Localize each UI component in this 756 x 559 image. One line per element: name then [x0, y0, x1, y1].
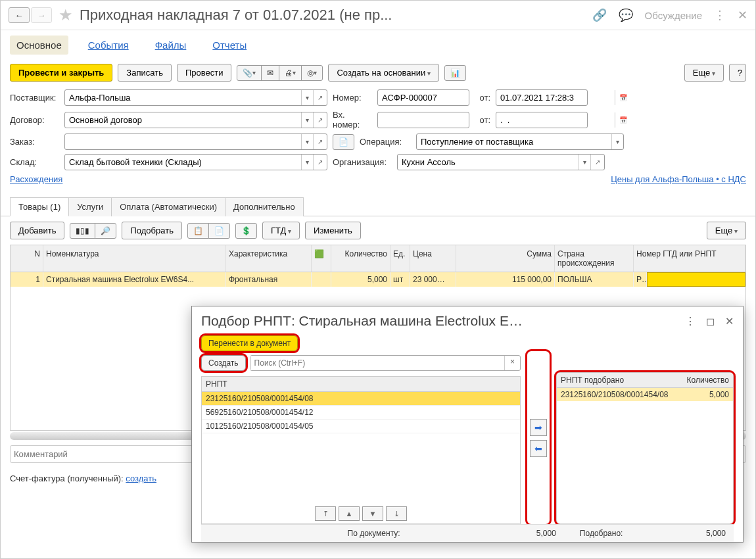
order-input[interactable]: ▾↗ [64, 134, 327, 150]
list-item[interactable]: 56925160/210508/0001454/12 [202, 406, 520, 420]
chevron-down-icon[interactable]: ▾ [611, 134, 623, 149]
scroll-down-icon[interactable]: ▼ [362, 506, 383, 521]
date-input[interactable]: 📅 [496, 89, 588, 106]
subtab-payment[interactable]: Оплата (Автоматически) [111, 197, 225, 216]
print-icon-button[interactable]: 🖨 [279, 65, 302, 81]
paste-icon[interactable]: 📄 [208, 223, 230, 239]
subtab-services[interactable]: Услуги [68, 197, 112, 216]
link-diffs[interactable]: Расхождения [10, 174, 62, 184]
tab-files[interactable]: Файлы [149, 36, 193, 55]
open-icon[interactable]: ↗ [313, 112, 327, 128]
edit-button[interactable]: Изменить [305, 222, 361, 239]
operation-input[interactable]: ▾ [416, 134, 624, 150]
favorite-icon[interactable]: ★ [59, 6, 73, 24]
open-icon[interactable]: ↗ [590, 155, 604, 170]
calendar-icon[interactable]: 📅 [615, 90, 631, 105]
open-icon[interactable]: ↗ [313, 155, 327, 170]
chevron-down-icon[interactable]: ▾ [301, 90, 313, 105]
col-price[interactable]: Цена [410, 245, 456, 272]
chevron-down-icon[interactable]: ▾ [579, 155, 590, 170]
tab-reports[interactable]: Отчеты [206, 36, 253, 55]
gtd-button[interactable]: ГТД [262, 222, 300, 239]
ext-number-input[interactable] [377, 112, 469, 128]
order-fill-icon[interactable]: 📄 [333, 134, 354, 150]
calendar-icon[interactable]: 📅 [615, 112, 631, 128]
report-icon-button[interactable]: 📊 [444, 65, 466, 81]
col-sum[interactable]: Сумма [456, 245, 555, 272]
close-icon[interactable]: ✕ [738, 8, 747, 22]
nav-back-button[interactable]: ← [9, 7, 30, 23]
icon-button-group: 📎 ✉ 🖨 ◎ [237, 65, 323, 81]
label-from-2: от: [475, 115, 490, 125]
warehouse-input[interactable]: ▾↗ [64, 154, 327, 170]
rnpt-list: РНПТ 23125160/210508/0001454/08 56925160… [201, 376, 521, 524]
col-nom[interactable]: Номенклатура [43, 245, 226, 272]
nav-forward-button[interactable]: → [31, 7, 52, 23]
col-n[interactable]: N [11, 245, 43, 272]
open-icon[interactable]: ↗ [313, 134, 327, 149]
search-input[interactable]: × [250, 355, 521, 371]
misc-icon-button[interactable]: ◎ [301, 65, 323, 81]
supplier-input[interactable]: ▾↗ [64, 89, 327, 106]
col-gtd[interactable]: Номер ГТД или РНПТ [634, 245, 745, 272]
subtab-goods[interactable]: Товары (1) [10, 197, 69, 216]
save-button[interactable]: Записать [118, 64, 172, 82]
open-icon[interactable]: ↗ [313, 90, 327, 105]
scroll-bottom-icon[interactable]: ⤓ [386, 506, 407, 521]
help-button[interactable]: ? [729, 64, 746, 82]
add-button[interactable]: Добавить [10, 222, 64, 239]
link-icon[interactable]: 🔗 [592, 8, 607, 22]
col-country[interactable]: Страна происхождения [555, 245, 634, 272]
list-item[interactable]: 10125160/210508/0001454/05 [202, 420, 520, 433]
create-rnpt-button[interactable]: Создать [201, 355, 246, 371]
attach-icon-button[interactable]: 📎 [237, 65, 262, 81]
tab-events[interactable]: События [82, 36, 135, 55]
pick-button[interactable]: Подобрать [122, 222, 181, 239]
ext-date-input[interactable]: 📅 [496, 112, 588, 128]
discuss-label[interactable]: Обсуждение [645, 10, 702, 21]
kebab-icon[interactable]: ⋮ [714, 8, 726, 22]
scanner-icon[interactable]: 🔎 [95, 223, 116, 239]
transfer-to-document-button[interactable]: Перенести в документ [201, 335, 298, 351]
more-button[interactable]: Еще [684, 64, 724, 82]
scroll-up-icon[interactable]: ▲ [339, 506, 360, 521]
link-prices[interactable]: Цены для Альфа-Польша • с НДС [611, 174, 746, 184]
number-input[interactable] [377, 89, 469, 106]
dialog-close-icon[interactable]: ✕ [725, 315, 734, 328]
barcode-icon[interactable]: ▮▯▮ [70, 223, 95, 239]
post-and-close-button[interactable]: Провести и закрыть [10, 64, 112, 82]
label-order: Заказ: [10, 137, 59, 147]
label-warehouse: Склад: [10, 157, 59, 167]
organization-input[interactable]: ▾↗ [397, 154, 605, 170]
copy-icon[interactable]: 📋 [187, 223, 209, 239]
main-tabs: Основное События Файлы Отчеты [1, 30, 755, 60]
clear-search-icon[interactable]: × [504, 356, 520, 370]
selected-row[interactable]: 23125160/210508/0001454/08 5,000 [557, 388, 733, 401]
list-item[interactable]: 23125160/210508/0001454/08 [202, 392, 520, 406]
move-right-icon[interactable]: ➡ [530, 419, 547, 436]
create-based-on-button[interactable]: Создать на основании [328, 64, 439, 82]
subtab-additional[interactable]: Дополнительно [225, 197, 304, 216]
discuss-icon[interactable]: 💬 [619, 8, 633, 22]
tab-main[interactable]: Основное [10, 36, 68, 55]
table-row[interactable]: 1 Стиральная машина Electrolux EW6S4... … [11, 272, 745, 287]
sub-more-button[interactable]: Еще [707, 222, 746, 239]
col-char[interactable]: Характеристика [226, 245, 312, 272]
rnpt-list-header: РНПТ [202, 377, 520, 392]
create-invoice-link[interactable]: создать [126, 474, 156, 483]
chevron-down-icon[interactable]: ▾ [301, 134, 313, 149]
col-unit[interactable]: Ед. [390, 245, 410, 272]
col-qty[interactable]: Количество [331, 245, 390, 272]
dialog-kebab-icon[interactable]: ⋮ [685, 315, 696, 328]
chevron-down-icon[interactable]: ▾ [301, 155, 313, 170]
scroll-top-icon[interactable]: ⤒ [315, 506, 336, 521]
email-icon-button[interactable]: ✉ [261, 65, 279, 81]
post-button[interactable]: Провести [177, 64, 232, 82]
dialog-maximize-icon[interactable]: ◻ [706, 315, 715, 328]
move-left-icon[interactable]: ⬅ [530, 440, 547, 457]
gtd-active-cell[interactable] [647, 272, 745, 287]
contract-input[interactable]: ▾↗ [64, 112, 327, 128]
chevron-down-icon[interactable]: ▾ [301, 112, 313, 128]
money-icon[interactable]: 💲 [235, 223, 257, 239]
col-tracking-icon[interactable]: 🟩 [312, 245, 331, 272]
